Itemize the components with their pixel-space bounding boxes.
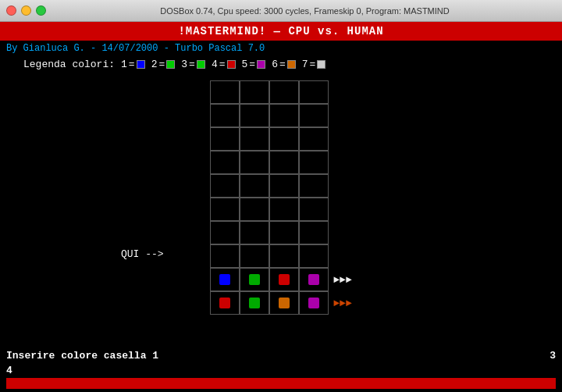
- legend-color-box: [197, 60, 205, 69]
- color-peg: [279, 298, 290, 308]
- row-arrows-10: ►►►: [329, 291, 351, 315]
- grid-cell[interactable]: [240, 127, 269, 151]
- game-grid: ►►► ►►►: [210, 80, 351, 315]
- grid-cell[interactable]: [210, 221, 240, 244]
- color-peg: [219, 274, 230, 285]
- legend-item-7: 7 =: [302, 59, 326, 70]
- grid-cell[interactable]: [299, 174, 329, 198]
- legend-num: 3: [181, 59, 187, 70]
- grid-cell[interactable]: [210, 268, 240, 291]
- grid-cell[interactable]: [269, 127, 299, 151]
- legend-num: 1: [121, 59, 127, 70]
- color-peg: [308, 298, 319, 308]
- legend-num: 5: [242, 59, 248, 70]
- grid-cell[interactable]: [240, 198, 269, 221]
- dos-main: QUI -->: [0, 73, 562, 345]
- grid-cell[interactable]: [240, 80, 269, 104]
- row-arrows: [329, 174, 333, 198]
- grid-cell[interactable]: [299, 198, 329, 221]
- grid-cell[interactable]: [210, 80, 240, 104]
- dos-subtitle: By Gianluca G. - 14/07/2000 - Turbo Pasc…: [0, 41, 562, 56]
- grid-cell[interactable]: [240, 221, 269, 244]
- grid-cell[interactable]: [240, 268, 269, 291]
- qui-label: QUI -->: [121, 248, 164, 260]
- status-right: 3: [550, 350, 556, 362]
- legend-eq: =: [249, 59, 255, 70]
- legend-item-4: 4 =: [212, 59, 236, 70]
- legend-num: 4: [212, 59, 218, 70]
- dos-screen: !MASTERMIND! — CPU vs. HUMAN By Gianluca…: [0, 22, 562, 392]
- legend-num: 7: [302, 59, 308, 70]
- close-button[interactable]: [6, 5, 16, 16]
- grid-cell[interactable]: [269, 104, 299, 127]
- legend-item-3: 3 =: [181, 59, 205, 70]
- grid-cell[interactable]: [269, 198, 299, 221]
- status-line1: Inserire colore casella 1 3: [6, 348, 556, 363]
- grid-cell[interactable]: [210, 198, 240, 221]
- legend-color-box: [287, 60, 296, 69]
- grid-cell[interactable]: [269, 80, 299, 104]
- grid-cell[interactable]: [240, 244, 269, 268]
- grid-cell[interactable]: [240, 151, 269, 174]
- dos-title-bar: !MASTERMIND! — CPU vs. HUMAN: [0, 22, 562, 41]
- grid-row-9: ►►►: [210, 268, 351, 291]
- grid-row-6: [210, 198, 351, 221]
- grid-cell[interactable]: [269, 174, 299, 198]
- grid-row-4: [210, 151, 351, 174]
- row-arrows: [329, 198, 333, 221]
- color-peg: [279, 274, 290, 285]
- grid-cell[interactable]: [240, 174, 269, 198]
- legend-item-2: 2 =: [151, 59, 176, 70]
- grid-row-1: [210, 80, 351, 104]
- minimize-button[interactable]: [21, 5, 31, 16]
- row-arrows: [329, 127, 333, 151]
- legend-color-box: [166, 60, 175, 69]
- color-peg: [219, 298, 230, 308]
- grid-cell[interactable]: [269, 244, 299, 268]
- grid-cell[interactable]: [299, 80, 329, 104]
- grid-cell[interactable]: [269, 221, 299, 244]
- legend-row: Legenda colori: 1 = 2 = 3 = 4 = 5 = 6 = …: [0, 56, 562, 73]
- title-bar: DOSBox 0.74, Cpu speed: 3000 cycles, Fra…: [0, 0, 562, 22]
- grid-cell[interactable]: [299, 291, 329, 315]
- grid-cell[interactable]: [299, 127, 329, 151]
- grid-cell[interactable]: [240, 291, 269, 315]
- grid-cell[interactable]: [210, 127, 240, 151]
- grid-cell[interactable]: [240, 104, 269, 127]
- grid-cell[interactable]: [299, 244, 329, 268]
- window-controls: [6, 5, 46, 16]
- grid-row-10: ►►►: [210, 291, 351, 315]
- row-arrows: [329, 244, 333, 268]
- grid-cell[interactable]: [299, 104, 329, 127]
- row-arrows: [329, 151, 333, 174]
- grid-cell[interactable]: [210, 174, 240, 198]
- grid-cell[interactable]: [269, 268, 299, 291]
- row-arrows: [329, 80, 333, 104]
- legend-color-box: [257, 60, 265, 69]
- grid-cell[interactable]: [210, 151, 240, 174]
- legend-eq: =: [279, 59, 286, 70]
- row-arrows-9: ►►►: [329, 268, 351, 291]
- maximize-button[interactable]: [36, 5, 46, 16]
- legend-color-box: [227, 60, 236, 69]
- status-line2: 4: [6, 363, 556, 378]
- grid-row-2: [210, 104, 351, 127]
- grid-cell[interactable]: [210, 291, 240, 315]
- grid-cell[interactable]: [299, 221, 329, 244]
- grid-row-3: [210, 127, 351, 151]
- progress-bar: [6, 378, 556, 389]
- grid-cell[interactable]: [210, 244, 240, 268]
- grid-cell[interactable]: [210, 104, 240, 127]
- legend-item-1: 1 =: [121, 59, 145, 70]
- grid-cell[interactable]: [269, 291, 299, 315]
- grid-cell[interactable]: [269, 151, 299, 174]
- legend-color-box: [137, 60, 145, 69]
- dos-title-text: !MASTERMIND! — CPU vs. HUMAN: [178, 25, 383, 37]
- grid-cell[interactable]: [299, 268, 329, 291]
- color-peg: [249, 298, 260, 308]
- grid-cell[interactable]: [299, 151, 329, 174]
- color-peg: [308, 274, 319, 285]
- legend-item-6: 6 =: [272, 59, 296, 70]
- grid-row-7: [210, 221, 351, 244]
- legend-num: 2: [151, 59, 158, 70]
